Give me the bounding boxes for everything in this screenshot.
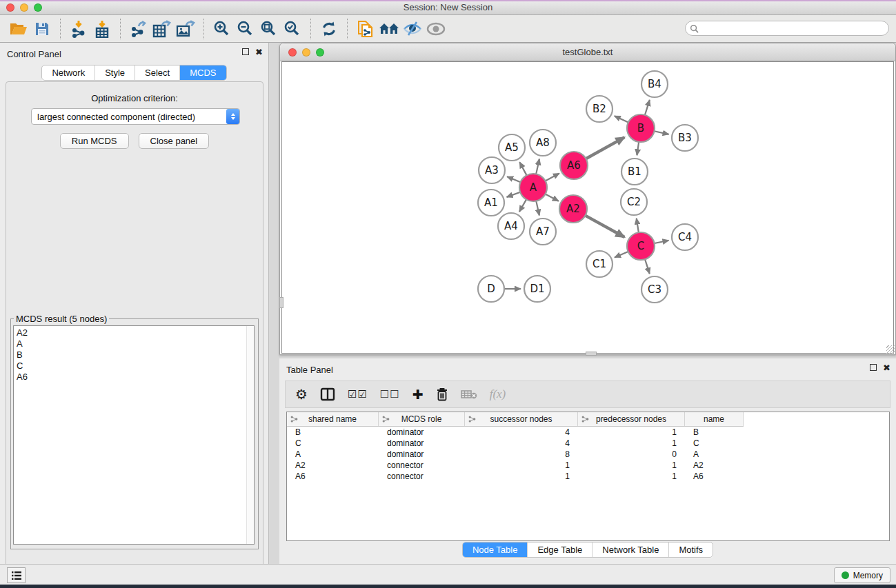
graph-edge-A-A3[interactable] xyxy=(507,176,520,182)
tab-network-table[interactable]: Network Table xyxy=(593,543,669,557)
table-cell[interactable]: 1 xyxy=(578,471,685,482)
memory-button[interactable]: Memory xyxy=(834,567,890,583)
run-mcds-button[interactable]: Run MCDS xyxy=(60,133,129,149)
close-table-panel-icon[interactable]: ✖ xyxy=(883,364,890,372)
table-cell[interactable]: B xyxy=(287,427,379,438)
result-list-item[interactable]: A xyxy=(17,338,254,349)
result-list-item[interactable]: C xyxy=(17,361,254,372)
table-cell[interactable]: 1 xyxy=(465,460,578,471)
tab-network[interactable]: Network xyxy=(42,65,95,80)
result-list-scrollbar[interactable] xyxy=(246,326,254,544)
result-list-item[interactable]: A6 xyxy=(17,372,254,383)
result-list-item[interactable]: A2 xyxy=(17,327,254,338)
graph-edge-B-B4[interactable] xyxy=(645,100,650,115)
graph-edge-A-A7[interactable] xyxy=(536,201,539,216)
show-column-icon[interactable] xyxy=(320,385,335,403)
table-cell[interactable]: 0 xyxy=(578,449,685,460)
task-history-button[interactable] xyxy=(7,567,26,583)
table-row[interactable]: Bdominator41B xyxy=(287,427,744,438)
table-cell[interactable]: 1 xyxy=(465,471,578,482)
refresh-icon[interactable] xyxy=(317,18,341,40)
close-panel-icon[interactable]: ✖ xyxy=(255,48,263,57)
table-row[interactable]: A6connector11A6 xyxy=(287,471,744,482)
graph-edge-A-A1[interactable] xyxy=(507,192,521,197)
mcds-result-list[interactable]: A2ABCA6 xyxy=(13,325,255,545)
hide-selected-eye-icon[interactable] xyxy=(401,18,424,40)
table-cell[interactable]: dominator xyxy=(379,427,465,438)
export-table-icon[interactable] xyxy=(150,18,174,40)
table-cell[interactable]: connector xyxy=(379,471,465,482)
show-home-networks-icon[interactable] xyxy=(377,18,401,40)
table-cell[interactable]: 1 xyxy=(578,438,685,449)
table-cell[interactable]: 4 xyxy=(465,427,578,438)
graph-edge-A6-B[interactable] xyxy=(586,137,624,159)
table-cell[interactable]: A xyxy=(685,449,744,460)
graph-edge-C-C4[interactable] xyxy=(655,241,669,243)
column-header-name[interactable]: name xyxy=(685,412,744,426)
table-cell[interactable]: dominator xyxy=(379,449,465,460)
tab-node-table[interactable]: Node Table xyxy=(463,543,528,557)
import-table-icon[interactable] xyxy=(90,18,114,40)
table-row[interactable]: Cdominator41C xyxy=(287,438,744,449)
tab-edge-table[interactable]: Edge Table xyxy=(528,543,593,557)
duplicate-network-icon[interactable] xyxy=(354,18,377,40)
column-header-successor-nodes[interactable]: successor nodes xyxy=(465,412,578,426)
graph-edge-A-A8[interactable] xyxy=(536,159,539,174)
show-selected-eye-icon[interactable] xyxy=(424,18,448,40)
open-session-icon[interactable] xyxy=(7,18,30,40)
zoom-selected-icon[interactable] xyxy=(281,18,304,40)
window-resize-grip[interactable] xyxy=(886,345,895,354)
add-row-icon[interactable]: ✚ xyxy=(412,385,424,403)
graph-edge-C-C1[interactable] xyxy=(615,252,628,258)
export-image-icon[interactable] xyxy=(174,18,197,40)
hide-south-panel-handle[interactable] xyxy=(586,352,597,356)
table-cell[interactable]: connector xyxy=(379,460,465,471)
import-network-icon[interactable] xyxy=(67,18,90,40)
graph-edge-B-B2[interactable] xyxy=(615,116,628,122)
network-canvas[interactable]: B4B2BB3A8A5A6A3B1AA1C2A2A4A7C4CC1C3DD1 xyxy=(281,61,894,354)
table-cell[interactable]: C xyxy=(685,438,744,449)
graph-edge-B-B3[interactable] xyxy=(655,131,669,134)
zoom-out-icon[interactable] xyxy=(234,18,257,40)
table-cell[interactable]: A2 xyxy=(287,460,379,471)
graph-edge-A-A6[interactable] xyxy=(546,173,559,181)
table-cell[interactable]: 4 xyxy=(465,438,578,449)
float-panel-icon[interactable] xyxy=(242,48,249,55)
tab-mcds[interactable]: MCDS xyxy=(180,65,226,80)
column-header-MCDS-role[interactable]: MCDS role xyxy=(379,412,465,426)
table-cell[interactable]: A6 xyxy=(287,471,379,482)
tab-select[interactable]: Select xyxy=(135,65,180,80)
table-settings-gear-icon[interactable]: ⚙ xyxy=(295,385,308,403)
optimization-criterion-dropdown[interactable]: largest connected component (directed) xyxy=(31,108,240,125)
table-row[interactable]: Adominator80A xyxy=(287,449,744,460)
search-field[interactable] xyxy=(685,21,889,36)
graph-edge-C-C3[interactable] xyxy=(645,259,650,274)
graph-edge-C-C2[interactable] xyxy=(637,219,639,233)
graph-edge-A-A4[interactable] xyxy=(519,199,526,212)
export-network-icon[interactable] xyxy=(127,18,150,40)
table-cell[interactable]: A6 xyxy=(685,471,744,482)
delete-rows-icon[interactable] xyxy=(436,385,448,403)
zoom-in-icon[interactable] xyxy=(210,18,234,40)
table-cell[interactable]: dominator xyxy=(379,438,465,449)
graph-edge-B-B1[interactable] xyxy=(637,142,639,155)
column-header-predecessor-nodes[interactable]: predecessor nodes xyxy=(578,412,685,426)
search-input[interactable] xyxy=(701,23,888,33)
tab-motifs[interactable]: Motifs xyxy=(669,543,713,557)
deselect-all-checkboxes-icon[interactable]: ☐☐ xyxy=(380,385,400,403)
hide-west-panel-handle[interactable] xyxy=(279,297,283,308)
table-row[interactable]: A2connector11A2 xyxy=(287,460,744,471)
graph-edge-A-A2[interactable] xyxy=(546,194,559,201)
tab-style[interactable]: Style xyxy=(95,65,135,80)
select-all-checkboxes-icon[interactable]: ☑☑ xyxy=(348,385,368,403)
graph-edge-A2-C[interactable] xyxy=(586,216,625,237)
table-cell[interactable]: A xyxy=(287,449,379,460)
table-cell[interactable]: A2 xyxy=(685,460,744,471)
table-cell[interactable]: 1 xyxy=(578,427,685,438)
table-cell[interactable]: C xyxy=(287,438,379,449)
float-table-panel-icon[interactable] xyxy=(870,364,877,371)
result-list-item[interactable]: B xyxy=(17,349,254,361)
graph-edge-A-A5[interactable] xyxy=(519,162,526,175)
column-header-shared-name[interactable]: shared name xyxy=(287,412,379,426)
table-cell[interactable]: 8 xyxy=(465,449,578,460)
